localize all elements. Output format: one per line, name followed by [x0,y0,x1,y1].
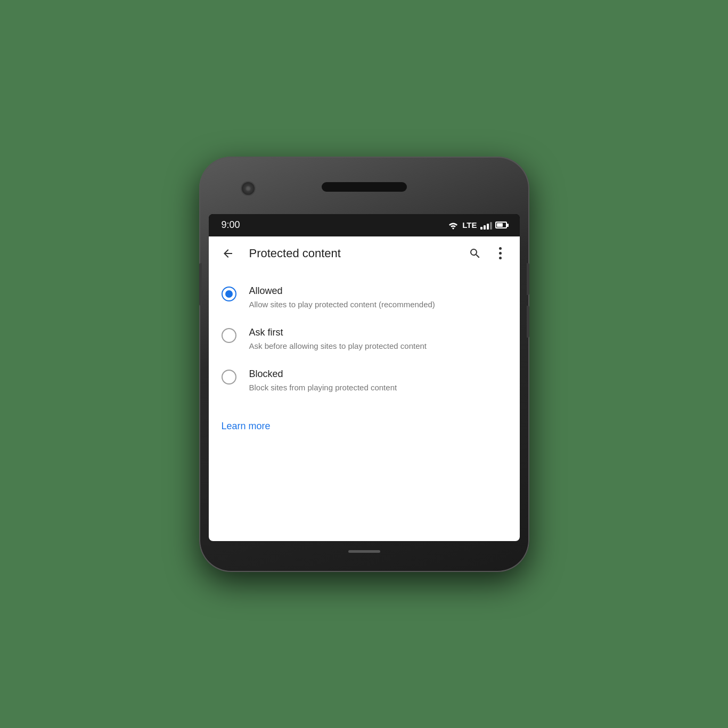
option-blocked-title: Blocked [249,369,397,380]
radio-ask-first[interactable] [222,328,236,343]
more-dots-icon [499,247,502,259]
volume-button-2 [527,306,529,338]
clock: 9:00 [222,219,240,231]
home-indicator [348,550,380,553]
signal-icon [480,221,492,230]
option-blocked-desc: Block sites from playing protected conte… [249,382,397,393]
battery-icon [495,222,507,228]
search-icon [469,247,481,260]
option-ask-first-title: Ask first [249,327,427,338]
phone-bottom [209,541,520,562]
wifi-icon [447,221,459,230]
app-bar: Protected content [209,236,520,271]
lte-label: LTE [462,220,477,230]
volume-button [199,263,202,306]
radio-selected-indicator [225,290,233,298]
options-list: Allowed Allow sites to play protected co… [209,271,520,408]
option-allowed-desc: Allow sites to play protected content (r… [249,299,435,310]
option-blocked-text: Blocked Block sites from playing protect… [249,369,397,393]
status-bar: 9:00 LTE [209,214,520,236]
option-ask-first-text: Ask first Ask before allowing sites to p… [249,327,427,351]
front-camera [241,181,256,196]
status-icons: LTE [447,220,506,230]
more-options-button[interactable] [490,243,511,264]
option-ask-first-desc: Ask before allowing sites to play protec… [249,340,427,351]
earpiece [322,182,407,192]
radio-blocked[interactable] [222,370,236,385]
option-ask-first[interactable]: Ask first Ask before allowing sites to p… [209,318,520,360]
screen-content: Protected content [209,236,520,541]
radio-allowed[interactable] [222,287,236,301]
learn-more-link[interactable]: Learn more [222,421,271,431]
page-title: Protected content [239,247,464,260]
option-allowed[interactable]: Allowed Allow sites to play protected co… [209,277,520,318]
screen: 9:00 LTE [209,214,520,541]
power-button [527,263,529,295]
learn-more-section: Learn more [209,412,520,440]
search-button[interactable] [464,243,486,264]
phone-frame: 9:00 LTE [199,157,529,572]
option-blocked[interactable]: Blocked Block sites from playing protect… [209,360,520,402]
option-allowed-title: Allowed [249,285,435,297]
back-arrow-icon [222,247,234,260]
back-button[interactable] [217,243,239,264]
phone-top [209,166,520,214]
option-allowed-text: Allowed Allow sites to play protected co… [249,285,435,310]
app-bar-actions [464,243,511,264]
